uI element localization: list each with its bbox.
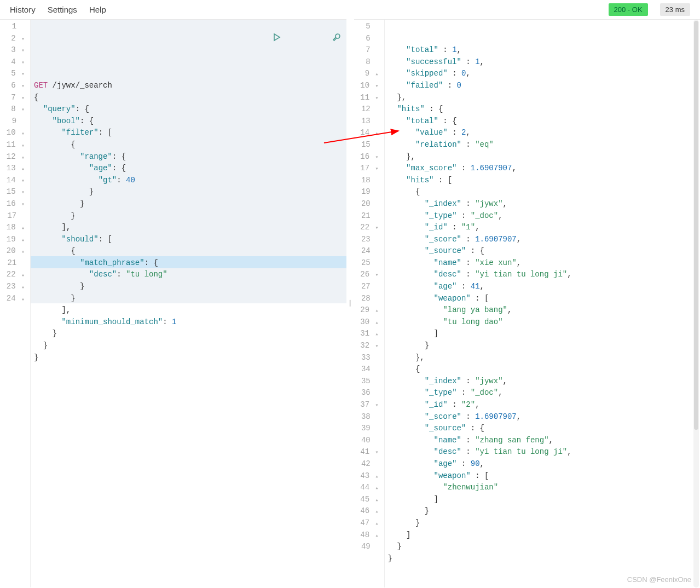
code-line: } [388,553,701,565]
code-line: "relation" : "eq" [388,139,701,151]
code-line: "weapon" : [ [388,470,701,482]
run-icon[interactable] [227,21,281,57]
watermark: CSDN @FeenixOne [627,575,691,584]
code-line: "skipped" : 0, [388,68,701,80]
status-badge: 200 - OK [609,3,648,16]
code-line: ], [34,304,346,316]
editor-panes: 1 2 ▾3 ▾4 ▾5 ▾6 ▾7 ▾8 ▾9 10 ▴11 ▴12 ▴13 … [0,19,700,587]
code-line: "gt": 40 [34,175,346,187]
code-line: "_type" : "_doc", [388,387,701,399]
code-line: { [34,92,346,104]
code-line: } [34,352,346,364]
status-time: 23 ms [660,3,690,16]
code-line: "weapon" : [ [388,293,701,305]
code-line: } [34,340,346,352]
code-line: ] [388,529,701,541]
code-line: } [388,340,701,352]
code-line: ], [34,222,346,234]
code-line: "name" : "zhang san feng", [388,435,701,447]
menu-settings[interactable]: Settings [48,5,77,14]
response-gutter: 5 6 7 8 9 ▴10 ▾11 ▾12 13 14 ▴15 16 ▾17 ▾… [354,20,385,587]
run-icons [227,21,340,57]
menubar: History Settings Help 200 - OK 23 ms [0,0,700,19]
code-line: "bool": { [34,116,346,128]
code-line: "value" : 2, [388,127,701,139]
code-line: } [34,198,346,210]
request-editor[interactable]: GET /jywx/_search{ "query": { "bool": { … [31,20,346,587]
svg-marker-0 [274,34,280,41]
code-line: } [34,186,346,198]
code-line: "range": { [34,151,346,163]
code-line: "max_score" : 1.6907907, [388,163,701,175]
code-line: } [34,328,346,340]
code-line: "_type" : "_doc", [388,210,701,222]
code-line: { [388,364,701,376]
code-line: "lang ya bang", [388,304,701,316]
code-line: "desc" : "yi tian tu long ji", [388,269,701,281]
code-line: "_score" : 1.6907907, [388,411,701,423]
code-line: ] [388,328,701,340]
code-line: } [388,517,701,529]
code-line: "_source" : { [388,245,701,257]
code-line: }, [388,151,701,163]
code-line: "filter": [ [34,127,346,139]
code-line: "total" : { [388,116,701,128]
response-viewer[interactable]: "total" : 1, "successful" : 1, "skipped"… [385,20,701,587]
code-line: "desc" : "yi tian tu long ji", [388,446,701,458]
code-line: "successful" : 1, [388,56,701,68]
code-line: } [34,281,346,293]
menu-help[interactable]: Help [89,5,106,14]
code-line: "tu long dao" [388,316,701,328]
code-line: ] [388,494,701,506]
code-line: } [34,293,346,305]
pane-divider[interactable]: ┃ [346,19,354,587]
menu-history[interactable]: History [10,5,36,14]
code-line: }, [388,92,701,104]
code-line: "_index" : "jywx", [388,376,701,388]
code-line: "age" : 90, [388,458,701,470]
code-line: "hits" : [ [388,175,701,187]
code-line: } [34,210,346,222]
code-line: "zhenwujian" [388,482,701,494]
code-line: "_index" : "jywx", [388,198,701,210]
code-line: "query": { [34,103,346,116]
code-line: "should": [ [34,234,346,246]
code-line: "minimum_should_match": 1 [34,316,346,328]
code-line: }, [388,352,701,364]
request-pane: 1 2 ▾3 ▾4 ▾5 ▾6 ▾7 ▾8 ▾9 10 ▴11 ▴12 ▴13 … [0,19,346,587]
code-line: "total" : 1, [388,44,701,56]
code-line: "_id" : "2", [388,399,701,411]
wrench-icon[interactable] [286,21,340,57]
request-gutter: 1 2 ▾3 ▾4 ▾5 ▾6 ▾7 ▾8 ▾9 10 ▴11 ▴12 ▴13 … [0,20,31,587]
code-line: "_score" : 1.6907907, [388,234,701,246]
code-line: GET /jywx/_search [34,80,346,92]
code-line: { [34,245,346,257]
code-line: "name" : "xie xun", [388,257,701,269]
code-line: "failed" : 0 [388,80,701,92]
code-line: "hits" : { [388,103,701,116]
code-line: { [34,139,346,151]
code-line: { [388,186,701,198]
code-line: "age" : 41, [388,281,701,293]
code-line: "match_phrase": { [34,257,346,269]
code-line: "desc": "tu long" [34,269,346,281]
response-pane: 5 6 7 8 9 ▴10 ▾11 ▾12 13 14 ▴15 16 ▾17 ▾… [354,19,701,587]
code-line: "age": { [34,163,346,175]
code-line: } [388,541,701,553]
code-line: } [388,505,701,517]
code-line: "_source" : { [388,423,701,435]
code-line: "_id" : "1", [388,222,701,234]
